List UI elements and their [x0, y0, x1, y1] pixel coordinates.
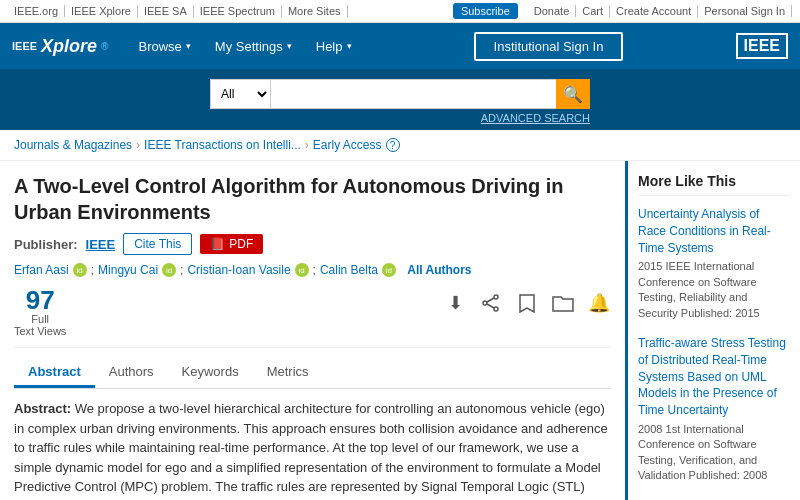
- citation-label-text-views: Text Views: [14, 325, 66, 337]
- sidebar-item-1-meta: 2015 IEEE International Conference on So…: [638, 259, 790, 321]
- svg-point-2: [494, 307, 498, 311]
- top-link-ieee-xplore[interactable]: IEEE Xplore: [65, 5, 138, 17]
- author-cristian-vasile[interactable]: Cristian-Ioan Vasile: [187, 263, 290, 277]
- sidebar-item-2-title[interactable]: Traffic-aware Stress Testing of Distribu…: [638, 336, 786, 417]
- author-mingyu-cai[interactable]: Mingyu Cai: [98, 263, 158, 277]
- svg-line-4: [487, 304, 494, 308]
- citation-box: 97 Full Text Views: [14, 287, 66, 337]
- top-link-ieee-sa[interactable]: IEEE SA: [138, 5, 194, 17]
- top-link-more-sites[interactable]: More Sites: [282, 5, 348, 17]
- publisher-name[interactable]: IEEE: [86, 237, 116, 252]
- breadcrumb-early-access[interactable]: Early Access: [313, 138, 382, 152]
- folder-icon[interactable]: [551, 291, 575, 315]
- cite-this-button[interactable]: Cite This: [123, 233, 192, 255]
- tab-abstract[interactable]: Abstract: [14, 358, 95, 388]
- tab-keywords[interactable]: Keywords: [168, 358, 253, 388]
- logo-area: IEEE Xplore ®: [12, 36, 108, 57]
- breadcrumb-journal-name[interactable]: IEEE Transactions on Intelli...: [144, 138, 301, 152]
- orcid-icon-1: id: [73, 263, 87, 277]
- breadcrumb-journals[interactable]: Journals & Magazines: [14, 138, 132, 152]
- svg-point-0: [494, 295, 498, 299]
- help-icon[interactable]: ?: [386, 138, 400, 152]
- sidebar-item-1-title[interactable]: Uncertainty Analysis of Race Conditions …: [638, 207, 771, 255]
- search-button[interactable]: 🔍: [556, 79, 590, 109]
- tab-metrics[interactable]: Metrics: [253, 358, 323, 388]
- subscribe-button[interactable]: Subscribe: [453, 3, 518, 19]
- publisher-label: Publisher:: [14, 237, 78, 252]
- my-settings-chevron-icon: ▾: [287, 41, 292, 51]
- orcid-icon-4: id: [382, 263, 396, 277]
- tab-authors[interactable]: Authors: [95, 358, 168, 388]
- orcid-icon-2: id: [162, 263, 176, 277]
- svg-line-3: [487, 298, 494, 302]
- download-icon[interactable]: ⬇: [443, 291, 467, 315]
- author-erfan-aasi[interactable]: Erfan Aasi: [14, 263, 69, 277]
- article-title: A Two-Level Control Algorithm for Autono…: [14, 173, 611, 225]
- nav-help[interactable]: Help ▾: [306, 23, 362, 69]
- article-area: A Two-Level Control Algorithm for Autono…: [0, 161, 625, 500]
- abstract-text: We propose a two-level hierarchical arch…: [14, 401, 609, 500]
- breadcrumb-sep-1: ›: [136, 138, 140, 152]
- top-link-ieee-spectrum[interactable]: IEEE Spectrum: [194, 5, 282, 17]
- svg-point-1: [483, 301, 487, 305]
- top-right-links: Donate Cart Create Account Personal Sign…: [528, 5, 792, 17]
- bookmark-icon[interactable]: [515, 291, 539, 315]
- author-calin-belta[interactable]: Calin Belta: [320, 263, 378, 277]
- abstract-title-label: Abstract:: [14, 401, 71, 416]
- top-link-donate[interactable]: Donate: [528, 5, 576, 17]
- tabs-row: Abstract Authors Keywords Metrics: [14, 358, 611, 389]
- nav-browse[interactable]: Browse ▾: [128, 23, 200, 69]
- help-chevron-icon: ▾: [347, 41, 352, 51]
- nav-links: Browse ▾ My Settings ▾ Help ▾: [128, 23, 361, 69]
- search-scope-select[interactable]: All: [210, 79, 270, 109]
- search-input[interactable]: [270, 79, 556, 109]
- sidebar-item-2: Traffic-aware Stress Testing of Distribu…: [638, 335, 790, 484]
- search-row: All 🔍: [210, 79, 590, 109]
- top-link-ieee-org[interactable]: IEEE.org: [8, 5, 65, 17]
- ieee-badge: IEEE: [736, 33, 788, 59]
- breadcrumb: Journals & Magazines › IEEE Transactions…: [0, 130, 800, 161]
- browse-chevron-icon: ▾: [186, 41, 191, 51]
- right-sidebar: More Like This Uncertainty Analysis of R…: [625, 161, 800, 500]
- nav-center: Institutional Sign In: [362, 32, 736, 61]
- search-icon: 🔍: [563, 85, 583, 104]
- pdf-button[interactable]: 📕 PDF: [200, 234, 263, 254]
- advanced-search-link[interactable]: ADVANCED SEARCH: [481, 112, 590, 124]
- sidebar-item-2-meta: 2008 1st International Conference on Sof…: [638, 422, 790, 484]
- content-area: A Two-Level Control Algorithm for Autono…: [0, 161, 800, 500]
- nav-my-settings[interactable]: My Settings ▾: [205, 23, 302, 69]
- pdf-icon: 📕: [210, 237, 225, 251]
- authors-row: Erfan Aasi id ; Mingyu Cai id ; Cristian…: [14, 263, 611, 277]
- top-link-cart[interactable]: Cart: [576, 5, 610, 17]
- top-link-create-account[interactable]: Create Account: [610, 5, 698, 17]
- sidebar-title: More Like This: [638, 173, 790, 196]
- publisher-row: Publisher: IEEE Cite This 📕 PDF: [14, 233, 611, 255]
- orcid-icon-3: id: [295, 263, 309, 277]
- sidebar-item-1: Uncertainty Analysis of Race Conditions …: [638, 206, 790, 321]
- bell-icon[interactable]: 🔔: [587, 291, 611, 315]
- logo-ieee: IEEE: [12, 40, 37, 52]
- citation-label-full: Full: [14, 313, 66, 325]
- logo-trademark: ®: [101, 41, 108, 52]
- action-icons: ⬇: [443, 287, 611, 315]
- top-links-bar: IEEE.org IEEE Xplore IEEE SA IEEE Spectr…: [0, 0, 800, 23]
- logo-xplore: Xplore: [41, 36, 97, 57]
- all-authors-link[interactable]: All Authors: [407, 263, 471, 277]
- abstract-section: Abstract: We propose a two-level hierarc…: [14, 399, 611, 500]
- institutional-sign-in-button[interactable]: Institutional Sign In: [474, 32, 624, 61]
- share-icon[interactable]: [479, 291, 503, 315]
- metrics-row: 97 Full Text Views ⬇: [14, 287, 611, 348]
- breadcrumb-sep-2: ›: [305, 138, 309, 152]
- citation-count: 97: [14, 287, 66, 313]
- search-bar: All 🔍 ADVANCED SEARCH: [0, 69, 800, 130]
- main-navigation: IEEE Xplore ® Browse ▾ My Settings ▾ Hel…: [0, 23, 800, 69]
- top-link-sign-in[interactable]: Personal Sign In: [698, 5, 792, 17]
